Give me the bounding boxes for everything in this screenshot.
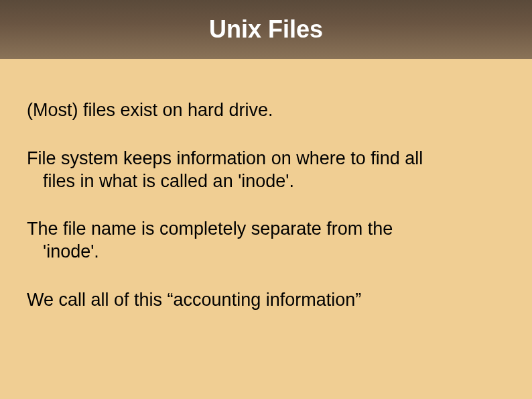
paragraph-4-text: We call all of this “accounting informat…: [27, 290, 361, 310]
slide-header: Unix Files: [0, 0, 532, 59]
paragraph-3-line2: 'inode'.: [43, 241, 505, 264]
paragraph-2-line1: File system keeps information on where t…: [27, 148, 423, 168]
slide-content: (Most) files exist on hard drive. File s…: [0, 59, 532, 312]
paragraph-4: We call all of this “accounting informat…: [27, 289, 505, 312]
slide-title: Unix Files: [209, 15, 323, 44]
paragraph-1-text: (Most) files exist on hard drive.: [27, 100, 273, 120]
paragraph-2-line2: files in what is called an 'inode'.: [43, 170, 505, 193]
paragraph-3-line1: The file name is completely separate fro…: [27, 219, 393, 239]
paragraph-1: (Most) files exist on hard drive.: [27, 99, 505, 122]
paragraph-3: The file name is completely separate fro…: [27, 218, 505, 264]
paragraph-2: File system keeps information on where t…: [27, 148, 505, 193]
